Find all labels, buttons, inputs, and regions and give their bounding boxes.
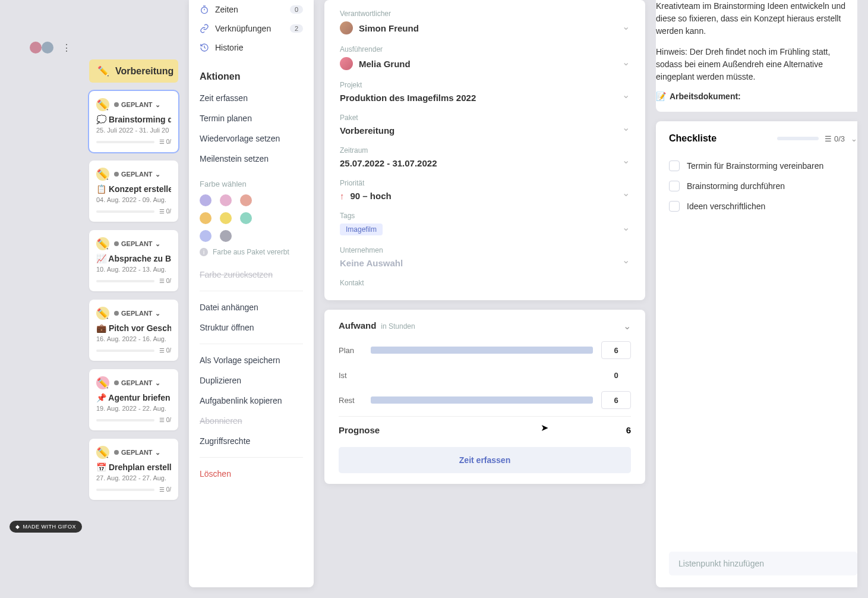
chevron-down-icon[interactable]: ⌄: [622, 155, 630, 166]
effort-forecast-row: Prognose 6: [339, 416, 631, 435]
chevron-down-icon[interactable]: ⌄: [851, 134, 857, 143]
task-sidebar: Zeiten 0 Verknüpfungen 2 Historie Aktion…: [189, 0, 314, 587]
action-item[interactable]: Zeit erfassen: [200, 88, 303, 108]
tag-chip[interactable]: Imagefilm: [340, 224, 383, 235]
pen-icon: ✏️: [96, 237, 109, 250]
avatar: [340, 57, 353, 70]
add-checklist-item-input[interactable]: Listenpunkt hinzufügen: [669, 552, 857, 575]
arrow-up-icon: ↑: [340, 191, 345, 201]
field-responsible[interactable]: Verantwortlicher Simon Freund ⌄: [340, 10, 630, 34]
count-badge: 0: [290, 5, 303, 14]
action-item[interactable]: Meilenstein setzen: [200, 149, 303, 169]
checklist-item[interactable]: Brainstorming durchführen: [669, 176, 857, 196]
card-title: 📈 Absprache zu Bu: [96, 254, 171, 263]
chevron-down-icon[interactable]: ⌄: [623, 320, 631, 332]
field-priority[interactable]: Priorität ↑90 – hoch ⌄: [340, 179, 630, 201]
chevron-down-icon: ⌄: [155, 449, 160, 457]
action-item[interactable]: Als Vorlage speichern: [200, 350, 303, 370]
sidebar-item-links[interactable]: Verknüpfungen 2: [200, 19, 303, 38]
action-item[interactable]: Struktur öffnen: [200, 317, 303, 338]
color-swatch[interactable]: [220, 194, 232, 206]
gifox-icon: ◆: [15, 524, 20, 530]
status-pill[interactable]: GEPLANT⌄: [114, 310, 160, 317]
checkbox[interactable]: [669, 201, 680, 212]
more-icon[interactable]: ⋮: [62, 42, 71, 53]
color-swatch[interactable]: [200, 194, 212, 206]
card-dates: 04. Aug. 2022 - 09. Aug.: [96, 196, 171, 203]
chevron-down-icon[interactable]: ⌄: [622, 21, 630, 32]
kanban-card[interactable]: ✏️ GEPLANT⌄ 💭 Brainstorming d 25. Juli 2…: [89, 91, 178, 152]
effort-bar[interactable]: [371, 396, 593, 404]
pen-icon: ✏️: [97, 65, 109, 77]
field-package[interactable]: Paket Vorbereitung ⌄: [340, 114, 630, 136]
action-item[interactable]: Termin planen: [200, 108, 303, 128]
status-pill[interactable]: GEPLANT⌄: [114, 240, 160, 248]
effort-bar[interactable]: [371, 347, 593, 354]
chevron-down-icon[interactable]: ⌄: [622, 56, 630, 68]
field-executor[interactable]: Ausführender Melia Grund ⌄: [340, 45, 630, 70]
checklist-count: ☰ 0/3 ⌄: [825, 134, 857, 143]
kanban-column-header[interactable]: ✏️ Vorbereitung: [89, 59, 178, 83]
checkbox[interactable]: [669, 160, 680, 171]
status-pill[interactable]: GEPLANT⌄: [114, 171, 160, 178]
checklist-item[interactable]: Ideen verschriftlichen: [669, 196, 857, 216]
kanban-card[interactable]: ✏️ GEPLANT⌄ 📌 Agentur briefen 19. Aug. 2…: [89, 369, 178, 430]
color-swatch[interactable]: [240, 212, 252, 224]
color-swatch[interactable]: [220, 212, 232, 224]
color-swatch[interactable]: [240, 194, 252, 206]
track-time-button[interactable]: Zeit erfassen: [339, 447, 631, 473]
effort-subtitle: in Stunden: [381, 322, 415, 331]
action-item[interactable]: Aufgabenlink kopieren: [200, 391, 303, 411]
chevron-down-icon: ⌄: [155, 101, 160, 109]
kanban-card[interactable]: ✏️ GEPLANT⌄ 📋 Konzept erstelle 04. Aug. …: [89, 160, 178, 222]
field-company[interactable]: Unternehmen Keine Auswahl ⌄: [340, 246, 630, 268]
field-project[interactable]: Projekt Produktion des Imagefilms 2022 ⌄: [340, 81, 630, 103]
chevron-down-icon[interactable]: ⌄: [622, 222, 630, 233]
sidebar-item-times[interactable]: Zeiten 0: [200, 0, 303, 19]
actions-heading: Aktionen: [200, 71, 303, 82]
status-pill[interactable]: GEPLANT⌄: [114, 449, 160, 457]
field-contact[interactable]: Kontakt: [340, 279, 630, 287]
action-item[interactable]: Datei anhängen: [200, 297, 303, 317]
chevron-down-icon[interactable]: ⌄: [622, 122, 630, 133]
color-swatch[interactable]: [220, 230, 232, 242]
field-period[interactable]: Zeitraum 25.07.2022 - 31.07.2022 ⌄: [340, 146, 630, 168]
checklist-item[interactable]: Termin für Brainstorming vereinbaren: [669, 156, 857, 176]
progress-bar: [96, 489, 154, 491]
effort-rest-input[interactable]: 6: [601, 391, 631, 409]
history-icon: [200, 43, 209, 52]
chevron-down-icon[interactable]: ⌄: [622, 187, 630, 199]
access-action[interactable]: Zugriffsrechte: [200, 431, 303, 451]
color-swatch[interactable]: [200, 212, 212, 224]
card-dates: 10. Aug. 2022 - 13. Aug.: [96, 266, 171, 273]
checkbox[interactable]: [669, 181, 680, 191]
pen-icon: ✏️: [96, 98, 109, 111]
chevron-down-icon[interactable]: ⌄: [622, 89, 630, 100]
status-pill[interactable]: GEPLANT⌄: [114, 379, 160, 387]
action-item[interactable]: Wiedervorlage setzen: [200, 128, 303, 149]
kanban-card[interactable]: ✏️ GEPLANT⌄ 📅 Drehplan erstell 27. Aug. …: [89, 439, 178, 500]
effort-actual-row: Ist 0: [339, 366, 631, 384]
effort-plan-input[interactable]: 6: [601, 341, 631, 359]
status-pill[interactable]: GEPLANT⌄: [114, 101, 160, 109]
description-hint: Hinweis: Der Dreh findet noch im Frühlin…: [656, 46, 857, 83]
kanban-card[interactable]: ✏️ GEPLANT⌄ 📈 Absprache zu Bu 10. Aug. 2…: [89, 230, 178, 291]
sidebar-item-label: Verknüpfungen: [215, 24, 271, 33]
color-swatch[interactable]: [200, 230, 212, 242]
card-meta: ☰ 0/: [159, 139, 171, 145]
checklist-progress-bar: [777, 137, 819, 140]
card-meta: ☰ 0/: [159, 347, 171, 354]
delete-action[interactable]: Löschen: [200, 464, 303, 484]
card-title: 💭 Brainstorming d: [96, 115, 171, 124]
progress-bar: [96, 210, 154, 213]
action-item[interactable]: Duplizieren: [200, 370, 303, 391]
effort-rest-row: Rest 6: [339, 391, 631, 409]
sidebar-item-history[interactable]: Historie: [200, 38, 303, 57]
card-meta: ☰ 0/: [159, 486, 171, 493]
field-tags[interactable]: Tags Imagefilm ⌄: [340, 212, 630, 235]
chevron-down-icon[interactable]: ⌄: [622, 254, 630, 266]
effort-title: Aufwand: [339, 320, 376, 331]
avatar: [340, 21, 353, 34]
kanban-card[interactable]: ✏️ GEPLANT⌄ 💼 Pitch vor Gesch 16. Aug. 2…: [89, 300, 178, 361]
pen-icon: ✏️: [96, 307, 109, 320]
